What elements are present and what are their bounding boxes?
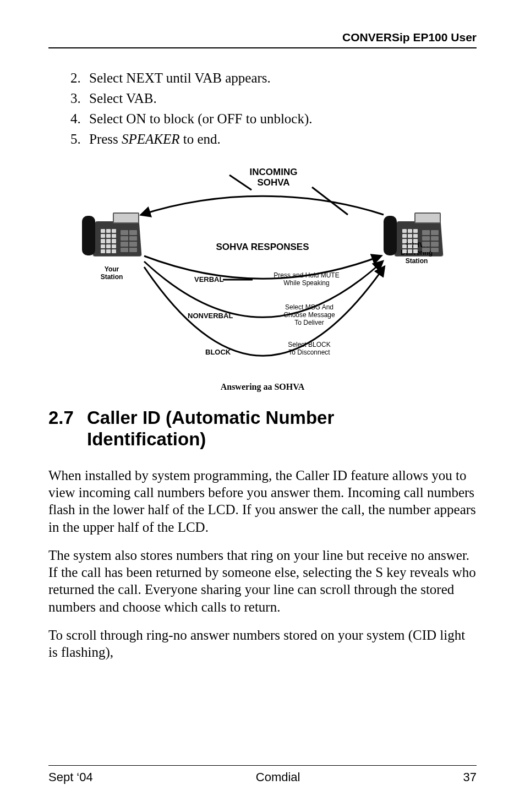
diagram-label-incoming: INCOMINGSOHVA — [240, 167, 307, 188]
list-text: Select VAB. — [89, 89, 477, 108]
list-number: 3. — [70, 89, 89, 108]
list-text-suffix: to end. — [180, 132, 221, 146]
diagram-label-your-station: YourStation — [95, 265, 128, 281]
list-number: 4. — [70, 109, 89, 128]
header-rule — [48, 47, 477, 48]
page-footer: Sept ‘04 Comdial 37 — [48, 765, 477, 784]
section-number: 2.7 — [48, 407, 87, 429]
sohva-diagram: INCOMINGSOHVA SOHVA RESPONSES YourStatio… — [81, 160, 444, 392]
list-text: Select NEXT until VAB appears. — [89, 68, 477, 88]
list-number: 2. — [70, 68, 89, 88]
diagram-label-block: BLOCK — [205, 348, 231, 356]
footer-rule — [48, 765, 477, 766]
paragraph: The system also stores numbers that ring… — [48, 547, 477, 615]
diagram-caption: Answering aa SOHVA — [81, 382, 444, 392]
diagram-desc-block: Select BLOCKTo Disconnect — [279, 341, 340, 357]
list-item: 2. Select NEXT until VAB appears. — [70, 68, 477, 88]
diagram-label-verbal: VERBAL — [194, 275, 223, 284]
footer-date: Sept ‘04 — [48, 770, 93, 784]
diagram-label-nonverbal: NONVERBAL — [188, 312, 233, 320]
diagram-lines-icon — [81, 160, 444, 380]
running-header: CONVERSip EP100 User — [48, 31, 477, 44]
list-text-prefix: Press — [89, 132, 122, 146]
key-name: SPEAKER — [122, 132, 180, 146]
section-heading: 2.7Caller ID (Automatic Number Identific… — [48, 407, 477, 450]
phone-icon — [81, 208, 143, 263]
section-title-line1: Caller ID (Automatic Number — [87, 407, 334, 428]
list-text: Press SPEAKER to end. — [89, 129, 477, 149]
paragraph: When installed by system programming, th… — [48, 467, 477, 536]
diagram-desc-verbal: Press and Hold MUTEWhile Speaking — [268, 272, 345, 287]
diagram-desc-nonverbal: Select MSG AndChoose MessageTo Deliver — [274, 304, 345, 326]
list-number: 5. — [70, 129, 89, 149]
list-item: 3. Select VAB. — [70, 89, 477, 108]
instruction-list: 2. Select NEXT until VAB appears. 3. Sel… — [70, 68, 477, 149]
list-item: 5. Press SPEAKER to end. — [70, 129, 477, 149]
diagram-label-responses: SOHVA RESPONSES — [199, 242, 326, 253]
footer-brand: Comdial — [256, 770, 300, 784]
footer-page-number: 37 — [463, 770, 477, 784]
list-item: 4. Select ON to block (or OFF to unblock… — [70, 109, 477, 128]
list-text: Select ON to block (or OFF to unblock). — [89, 109, 477, 128]
paragraph: To scroll through ring-no answer numbers… — [48, 626, 477, 661]
section-title-line2: Identification) — [87, 429, 477, 450]
